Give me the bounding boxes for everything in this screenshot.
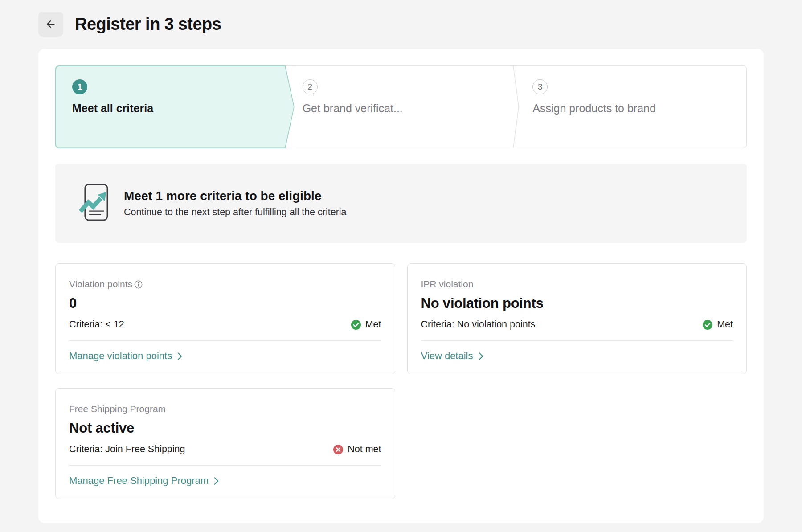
step-3-assign-products[interactable]: 3 Assign products to brand [516,66,746,148]
back-button[interactable] [38,12,63,37]
step-3-label: Assign products to brand [532,102,746,115]
free-shipping-value: Not active [69,420,381,436]
violation-points-value: 0 [69,295,381,311]
check-circle-icon [351,319,361,330]
header: Register in 3 steps [0,0,802,37]
step-progress-bar: 1 Meet all criteria 2 Get brand verifica… [55,65,747,148]
criteria-text: Criteria: No violation points [421,319,536,330]
criteria-text: Criteria: < 12 [69,319,124,330]
step-3-number: 3 [532,79,548,94]
chart-document-icon [78,183,109,224]
criteria-row: Criteria: Join Free Shipping Not met [69,444,381,455]
ipr-violation-label: IPR violation [421,279,474,290]
registration-panel: 1 Meet all criteria 2 Get brand verifica… [38,49,764,523]
card-label-row: IPR violation [421,279,733,290]
step-2-label: Get brand verificat... [303,102,516,115]
manage-violation-points-link[interactable]: Manage violation points [69,341,182,374]
free-shipping-card: Free Shipping Program Not active Criteri… [55,388,395,499]
link-text: Manage violation points [69,350,172,362]
link-text: View details [421,350,473,362]
arrow-left-icon [45,18,57,30]
status-badge: Met [702,319,733,330]
chevron-right-icon [479,352,483,360]
violation-points-card: Violation points 0 Criteria: < 12 [55,263,395,374]
free-shipping-label: Free Shipping Program [69,404,166,414]
chevron-right-icon [214,477,219,485]
status-badge: Not met [333,444,381,455]
info-icon[interactable] [134,280,143,289]
criteria-row: Criteria: No violation points Met [421,319,733,330]
ipr-violation-value: No violation points [421,295,733,311]
step-1-number: 1 [72,79,87,94]
check-circle-icon [702,319,713,330]
step-1-meet-all-criteria[interactable]: 1 Meet all criteria [56,66,286,148]
view-details-link[interactable]: View details [421,341,483,374]
status-badge: Met [351,319,381,330]
criteria-cards: Violation points 0 Criteria: < 12 [55,263,747,499]
eligibility-banner: Meet 1 more criteria to be eligible Cont… [55,164,747,243]
criteria-text: Criteria: Join Free Shipping [69,444,185,455]
step-2-get-brand-verification[interactable]: 2 Get brand verificat... [286,66,516,148]
banner-text: Meet 1 more criteria to be eligible Cont… [124,189,347,218]
page: Register in 3 steps 1 Meet all criteria … [0,0,802,532]
link-text: Manage Free Shipping Program [69,475,209,487]
status-text: Met [717,319,733,330]
page-title: Register in 3 steps [75,15,221,34]
card-label-row: Violation points [69,279,381,290]
x-circle-icon [333,444,344,455]
step-1-label: Meet all criteria [72,102,286,115]
status-text: Not met [348,444,381,455]
violation-points-label: Violation points [69,279,132,290]
banner-subtitle: Continue to the next step after fulfilli… [124,207,347,218]
criteria-row: Criteria: < 12 Met [69,319,381,330]
manage-free-shipping-link[interactable]: Manage Free Shipping Program [69,466,219,499]
status-text: Met [365,319,381,330]
banner-title: Meet 1 more criteria to be eligible [124,189,347,203]
step-2-number: 2 [303,79,318,94]
chevron-right-icon [177,352,182,360]
ipr-violation-card: IPR violation No violation points Criter… [407,263,747,374]
card-label-row: Free Shipping Program [69,404,381,414]
